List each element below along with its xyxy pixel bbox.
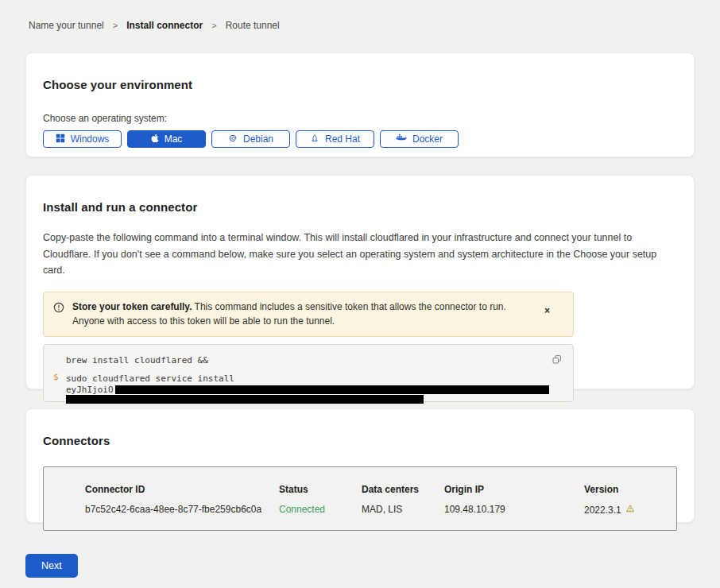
code-line-token: eyJhIjoiO bbox=[66, 385, 562, 395]
col-header-connector-id: Connector ID bbox=[85, 484, 279, 495]
install-description: Copy-paste the following command into a … bbox=[43, 230, 677, 279]
breadcrumb-separator: > bbox=[211, 21, 216, 30]
warning-triangle-icon bbox=[625, 504, 635, 516]
os-button-label: Mac bbox=[165, 133, 183, 145]
connectors-table-header: Connector ID Status Data centers Origin … bbox=[85, 484, 668, 495]
close-icon: × bbox=[544, 305, 550, 316]
environment-card-title: Choose your environment bbox=[43, 78, 677, 91]
col-header-data-centers: Data centers bbox=[362, 484, 444, 495]
data-centers-value: MAD, LIS bbox=[362, 504, 444, 516]
copy-icon bbox=[552, 355, 562, 367]
version-value: 2022.3.1 bbox=[584, 505, 621, 516]
col-header-origin-ip: Origin IP bbox=[444, 484, 584, 495]
connector-table-row: b7c52c42-6caa-48ee-8c77-fbe259cb6c0a Con… bbox=[85, 504, 668, 516]
os-button-label: Windows bbox=[71, 133, 110, 145]
os-button-label: Red Hat bbox=[325, 133, 360, 145]
docker-icon bbox=[396, 133, 407, 145]
connectors-card-title: Connectors bbox=[43, 434, 677, 447]
token-redaction-bar bbox=[115, 385, 549, 394]
breadcrumb-install-connector[interactable]: Install connector bbox=[126, 20, 203, 31]
choose-environment-card: Choose your environment Choose an operat… bbox=[25, 52, 695, 157]
shell-prompt: $ bbox=[53, 372, 59, 382]
install-connector-card: Install and run a connector Copy-paste t… bbox=[25, 175, 695, 389]
breadcrumb-separator: > bbox=[113, 21, 118, 30]
breadcrumb-name-your-tunnel[interactable]: Name your tunnel bbox=[29, 20, 104, 31]
copy-command-button[interactable] bbox=[550, 353, 563, 369]
redhat-icon bbox=[310, 133, 319, 145]
warning-message-bold: Store your token carefully. bbox=[72, 301, 192, 312]
apple-icon bbox=[151, 133, 159, 145]
next-button[interactable]: Next bbox=[25, 554, 78, 578]
connectors-card: Connectors Connector ID Status Data cent… bbox=[25, 408, 695, 523]
warning-close-button[interactable]: × bbox=[541, 304, 553, 317]
connector-id-value: b7c52c42-6caa-48ee-8c77-fbe259cb6c0a bbox=[85, 504, 279, 516]
os-button-debian[interactable]: Debian bbox=[211, 130, 290, 148]
os-button-windows[interactable]: Windows bbox=[43, 130, 122, 148]
token-prefix: eyJhIjoiO bbox=[66, 385, 114, 395]
debian-icon bbox=[228, 133, 238, 145]
os-button-label: Debian bbox=[243, 133, 273, 145]
breadcrumb-route-tunnel[interactable]: Route tunnel bbox=[226, 20, 280, 31]
install-command-code-block: brew install cloudflared && $ sudo cloud… bbox=[43, 344, 574, 402]
code-line-service-install: sudo cloudflared service install bbox=[66, 373, 562, 384]
breadcrumb: Name your tunnel > Install connector > R… bbox=[0, 0, 720, 31]
version-value-cell: 2022.3.1 bbox=[584, 504, 668, 516]
os-button-redhat[interactable]: Red Hat bbox=[296, 130, 374, 148]
token-warning-banner: Store your token carefully. This command… bbox=[43, 292, 574, 337]
code-line-brew: brew install cloudflared && bbox=[66, 355, 562, 366]
status-badge: Connected bbox=[279, 504, 362, 516]
os-button-label: Docker bbox=[412, 133, 443, 145]
connectors-table: Connector ID Status Data centers Origin … bbox=[43, 466, 677, 531]
install-card-title: Install and run a connector bbox=[43, 200, 677, 214]
token-redaction-bar bbox=[66, 395, 424, 404]
origin-ip-value: 109.48.10.179 bbox=[444, 504, 584, 516]
windows-icon bbox=[56, 133, 65, 145]
os-button-docker[interactable]: Docker bbox=[380, 130, 459, 148]
os-button-mac[interactable]: Mac bbox=[127, 130, 206, 148]
warning-message: Store your token carefully. This command… bbox=[72, 300, 533, 329]
os-button-group: Windows Mac Debian bbox=[43, 130, 677, 148]
info-circle-icon bbox=[53, 302, 64, 318]
col-header-status: Status bbox=[279, 484, 362, 495]
os-select-label: Choose an operating system: bbox=[43, 113, 677, 124]
col-header-version: Version bbox=[584, 484, 668, 495]
